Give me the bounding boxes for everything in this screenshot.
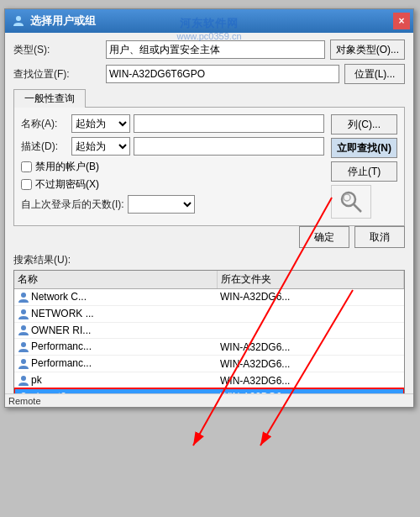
search-magnifier-icon [339,189,364,214]
close-button[interactable]: × [393,13,410,29]
desc-condition-select[interactable]: 起始为 包含 等于 [71,137,130,156]
type-label: 类型(S): [13,43,106,57]
name-row: 名称(A): 起始为 包含 等于 [21,114,324,133]
no-expire-checkbox[interactable] [21,179,32,190]
svg-point-5 [21,309,26,314]
svg-point-8 [21,359,26,364]
table-row[interactable]: Performanc...WIN-A32DG6... [14,339,404,356]
search-now-button[interactable]: 立即查找(N) [331,138,397,158]
general-tab[interactable]: 一般性查询 [13,89,86,108]
right-button-col: 列(C)... 立即查找(N) 停止(T) [331,114,397,219]
results-section: 搜索结果(U): 名称 所在文件夹 Network C...WIN-A32DG6… [13,253,405,400]
cell-name: Performanc... [14,356,217,372]
disabled-accounts-label: 禁用的帐户(B) [35,160,99,174]
table-row[interactable]: NETWORK ... [14,305,404,322]
dialog-body: 类型(S): 对象类型(O)... 查找位置(F): 位置(L)... 一般性查… [5,33,413,407]
query-section: 名称(A): 起始为 包含 等于 描述(D): [13,107,405,226]
name-text: pk [31,374,42,386]
type-row: 类型(S): 对象类型(O)... [13,40,405,60]
user-icon [18,324,31,336]
object-type-button[interactable]: 对象类型(O)... [330,40,405,60]
query-left: 名称(A): 起始为 包含 等于 描述(D): [21,114,324,214]
disabled-accounts-checkbox[interactable] [21,161,32,172]
svg-point-0 [16,16,21,21]
cell-name: Network C... [14,289,217,306]
location-input[interactable] [106,65,339,83]
name-text: OWNER RI... [31,324,91,336]
svg-point-4 [21,293,26,298]
ok-button[interactable]: 确定 [299,226,349,248]
search-icon-area [331,185,371,219]
cell-folder [217,305,403,322]
user-icon [18,291,31,303]
main-dialog: 选择用户或组 × 河东软件网 www.pc0359.cn 类型(S): 对象类型… [4,8,414,408]
name-text: Performanc... [31,357,92,369]
svg-point-7 [21,342,26,347]
results-label: 搜索结果(U): [13,253,405,267]
location-button[interactable]: 位置(L)... [344,64,405,84]
name-text: Performanc... [31,340,92,352]
svg-point-9 [21,376,26,381]
svg-point-3 [344,194,350,201]
stop-button[interactable]: 停止(T) [331,161,397,182]
cell-name: Performanc... [14,339,217,356]
dialog-icon [12,14,25,28]
results-body: Network C...WIN-A32DG6... NETWORK ... OW… [14,289,404,401]
table-row[interactable]: Network C...WIN-A32DG6... [14,289,404,306]
days-row: 自上次登录后的天数(I): 30 60 90 [21,195,324,214]
days-label: 自上次登录后的天数(I): [21,198,124,212]
cell-folder [217,322,403,339]
description-row: 描述(D): 起始为 包含 等于 [21,137,324,156]
status-text: Remote [8,396,41,406]
description-label: 描述(D): [21,140,71,154]
disabled-accounts-row: 禁用的帐户(B) [21,160,324,174]
cell-folder: WIN-A32DG6... [217,289,403,306]
cell-name: OWNER RI... [14,322,217,339]
desc-value-input[interactable] [134,137,324,156]
column-button[interactable]: 列(C)... [331,114,397,135]
name-condition-select[interactable]: 起始为 包含 等于 [71,114,130,133]
location-row: 查找位置(F): 位置(L)... [13,64,405,84]
type-input[interactable] [106,40,325,59]
no-expire-label: 不过期密码(X) [35,177,99,192]
status-bar: Remote [5,393,413,407]
table-row[interactable]: Performanc...WIN-A32DG6... [14,356,404,372]
col-name-header: 名称 [14,271,217,289]
cell-name: NETWORK ... [14,305,217,322]
table-row[interactable]: pkWIN-A32DG6... [14,372,404,389]
dialog-title: 选择用户或组 [30,13,96,29]
name-label: 名称(A): [21,117,71,131]
svg-line-2 [354,204,361,212]
cell-folder: WIN-A32DG6... [217,372,403,389]
no-expire-row: 不过期密码(X) [21,177,324,192]
general-query-section: 一般性查询 名称(A): 起始为 包含 等于 [13,89,405,226]
user-icon [18,357,31,369]
location-label: 查找位置(F): [13,67,106,82]
cancel-button[interactable]: 取消 [354,226,405,248]
name-text: NETWORK ... [31,308,94,319]
user-icon [18,374,31,386]
cell-name: pk [14,372,217,389]
results-table: 名称 所在文件夹 Network C...WIN-A32DG6... NETWO… [14,271,404,400]
query-content: 名称(A): 起始为 包含 等于 描述(D): [21,114,397,219]
confirm-row: 确定 取消 [13,226,405,248]
results-header-row: 名称 所在文件夹 [14,271,404,289]
col-folder-header: 所在文件夹 [217,271,403,289]
cell-folder: WIN-A32DG6... [217,339,403,356]
user-icon [18,308,31,319]
days-select[interactable]: 30 60 90 [128,195,195,214]
results-table-wrap[interactable]: 名称 所在文件夹 Network C...WIN-A32DG6... NETWO… [13,270,405,400]
title-bar: 选择用户或组 × [5,9,413,33]
svg-point-6 [21,325,26,330]
user-icon [18,340,31,352]
cell-folder: WIN-A32DG6... [217,356,403,372]
table-row[interactable]: OWNER RI... [14,322,404,339]
name-value-input[interactable] [134,114,324,133]
name-text: Network C... [31,291,87,303]
